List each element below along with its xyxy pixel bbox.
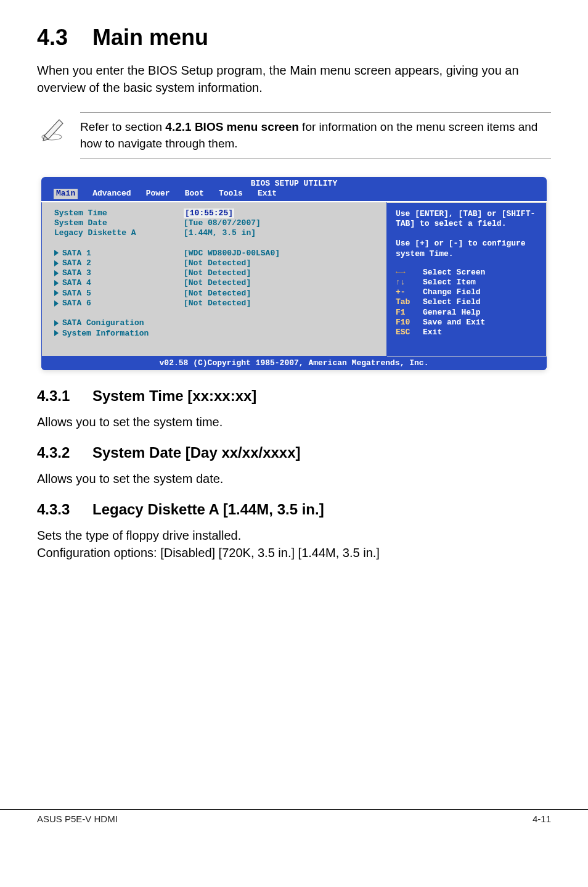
- footer-right: 4-11: [533, 814, 551, 824]
- note-text: Refer to section 4.2.1 BIOS menu screen …: [80, 112, 551, 159]
- tab-main[interactable]: Main: [54, 189, 78, 199]
- tab-exit[interactable]: Exit: [258, 189, 277, 199]
- page-footer: ASUS P5E-V HDMI 4-11: [0, 809, 588, 824]
- subsection-heading: 4.3.2System Date [Day xx/xx/xxxx]: [37, 444, 551, 461]
- submenu-arrow-icon: [54, 290, 59, 296]
- bios-row[interactable]: SATA 4[Not Detected]: [54, 278, 374, 288]
- tab-power[interactable]: Power: [146, 189, 170, 199]
- submenu-arrow-icon: [54, 320, 59, 326]
- note-callout: Refer to section 4.2.1 BIOS menu screen …: [37, 110, 551, 161]
- bios-row[interactable]: SATA 5[Not Detected]: [54, 289, 374, 299]
- pencil-icon: [37, 112, 67, 142]
- submenu-arrow-icon: [54, 300, 59, 307]
- help-key: F10: [396, 318, 418, 328]
- help-key: +-: [396, 287, 418, 297]
- bios-key-legend: ←→Select Screen↑↓Select Item+-Change Fie…: [396, 268, 537, 338]
- tab-tools[interactable]: Tools: [219, 189, 243, 199]
- subsection-text: Allows you to set the system time.: [37, 413, 551, 431]
- bios-row[interactable]: System Time[10:55:25]: [54, 208, 374, 218]
- bios-row[interactable]: SATA 2[Not Detected]: [54, 258, 374, 268]
- tab-advanced[interactable]: Advanced: [92, 189, 131, 199]
- help-key: Tab: [396, 297, 418, 307]
- bios-window: BIOS SETUP UTILITY MainAdvancedPowerBoot…: [41, 177, 547, 370]
- submenu-arrow-icon: [54, 280, 59, 286]
- bios-row[interactable]: SATA 6[Not Detected]: [54, 299, 374, 308]
- footer-left: ASUS P5E-V HDMI: [37, 814, 118, 824]
- tab-boot[interactable]: Boot: [185, 189, 204, 199]
- bios-utility-title: BIOS SETUP UTILITY: [41, 177, 547, 189]
- bios-row[interactable]: Legacy Diskette A[1.44M, 3.5 in]: [54, 228, 374, 238]
- subsection-heading: 4.3.3Legacy Diskette A [1.44M, 3.5 in.]: [37, 501, 551, 518]
- help-key: ESC: [396, 328, 418, 337]
- bios-row[interactable]: SATA 3[Not Detected]: [54, 268, 374, 278]
- submenu-arrow-icon: [54, 250, 59, 256]
- bios-context-help: Use [ENTER], [TAB] or [SHIFT-TAB] to sel…: [396, 209, 537, 268]
- bios-row[interactable]: SATA Coniguration: [54, 318, 374, 328]
- bios-row[interactable]: System Date[Tue 08/07/2007]: [54, 218, 374, 228]
- subsection-text: Sets the type of floppy drive installed.…: [37, 527, 551, 561]
- submenu-arrow-icon: [54, 270, 59, 276]
- intro-paragraph: When you enter the BIOS Setup program, t…: [37, 62, 551, 96]
- bios-row[interactable]: SATA 1[WDC WD800JD-00LSA0]: [54, 249, 374, 258]
- help-key: F1: [396, 308, 418, 318]
- submenu-arrow-icon: [54, 260, 59, 266]
- help-key: ↑↓: [396, 278, 418, 287]
- submenu-arrow-icon: [54, 330, 59, 336]
- page-heading: 4.3 Main menu: [37, 25, 551, 51]
- section-title-text: Main menu: [92, 25, 208, 50]
- subsection-text: Allows you to set the system date.: [37, 470, 551, 487]
- section-number: 4.3: [37, 25, 68, 50]
- bios-footer: v02.58 (C)Copyright 1985-2007, American …: [41, 357, 547, 370]
- bios-row[interactable]: System Information: [54, 329, 374, 339]
- subsection-heading: 4.3.1System Time [xx:xx:xx]: [37, 387, 551, 405]
- help-key: ←→: [396, 268, 418, 278]
